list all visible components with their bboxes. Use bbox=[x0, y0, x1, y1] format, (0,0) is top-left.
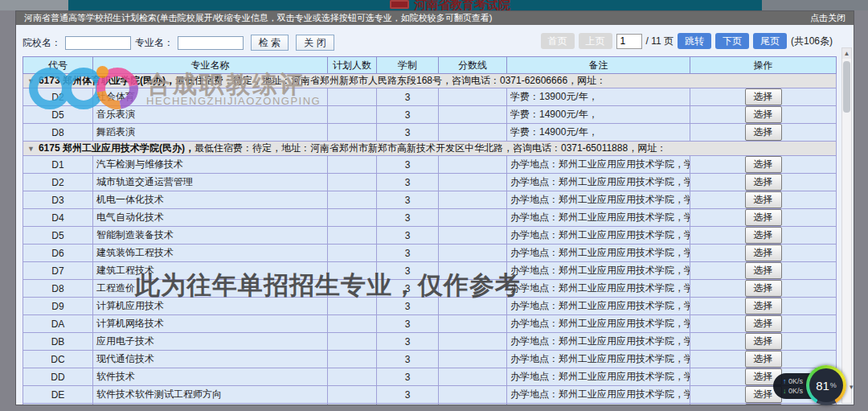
remark-cell: 办学地点：郑州工业应用应用技术学院，学费：13000元/年， bbox=[507, 156, 690, 174]
select-button[interactable]: 选择 bbox=[745, 351, 782, 368]
remark-cell: 办学地点：郑州工业应用应用技术学院，学费：13000元/年， bbox=[507, 404, 690, 405]
close-button[interactable]: 关 闭 bbox=[296, 35, 334, 51]
action-cell: 选择 bbox=[690, 262, 837, 280]
years-cell: 3 bbox=[377, 298, 439, 315]
select-button[interactable]: 选择 bbox=[745, 245, 782, 261]
plan-count-cell bbox=[328, 351, 377, 368]
major-row[interactable]: D9计算机应用技术3办学地点：郑州工业应用应用技术学院，学费：13000元/年，… bbox=[23, 298, 837, 315]
major-row[interactable]: DE软件技术软件测试工程师方向3办学地点：郑州工业应用应用技术学院，学费：130… bbox=[23, 386, 837, 404]
action-cell: 选择 bbox=[690, 227, 837, 245]
action-cell: 选择 bbox=[690, 245, 837, 262]
remark-cell: 办学地点：郑州工业应用应用技术学院，学费：13000元/年， bbox=[507, 315, 690, 333]
remark-cell: 办学地点：郑州工业应用应用技术学院，学费：13000元/年， bbox=[507, 333, 690, 351]
last-page-button[interactable]: 尾页 bbox=[753, 33, 787, 49]
major-cell: 软件技术网页程序设计方向 bbox=[93, 404, 328, 405]
screen: 河南省教育考试院 河南省普通高等学校招生计划检索(单击院校展开/收缩专业信息，双… bbox=[0, 0, 868, 411]
select-button[interactable]: 选择 bbox=[745, 404, 782, 405]
score-line-cell bbox=[439, 156, 507, 174]
school-group-row[interactable]: ▼6175 郑州工业应用技术学院(民办)，最低住宿费：待定，地址：河南省郑州市新… bbox=[23, 142, 837, 156]
major-row[interactable]: DF软件技术网页程序设计方向3办学地点：郑州工业应用应用技术学院，学费：1300… bbox=[23, 404, 837, 405]
major-row[interactable]: DD软件技术3办学地点：郑州工业应用应用技术学院，学费：13000元/年，选择 bbox=[23, 368, 837, 386]
action-cell: 选择 bbox=[690, 404, 837, 405]
select-button[interactable]: 选择 bbox=[745, 174, 782, 191]
search-button[interactable]: 检 索 bbox=[251, 35, 289, 51]
scrollbar-thumb[interactable] bbox=[843, 61, 850, 113]
select-button[interactable]: 选择 bbox=[745, 280, 782, 297]
remark-cell: 办学地点：郑州工业应用应用技术学院，学费：13000元/年， bbox=[507, 209, 690, 227]
score-line-cell bbox=[439, 209, 507, 227]
select-button[interactable]: 选择 bbox=[745, 315, 782, 332]
column-header: 分数线 bbox=[439, 57, 507, 74]
major-row[interactable]: DB应用电子技术3办学地点：郑州工业应用应用技术学院，学费：13000元/年，选… bbox=[23, 333, 837, 351]
widget-collapse-icon[interactable]: ▾ bbox=[850, 383, 854, 391]
school-group-row[interactable]: ▼6173 郑州体育职业学院(民办)，最低住宿费：待定，地址：河南省郑州新郑市人… bbox=[23, 74, 837, 88]
dialog-scrollbar[interactable]: ▲ bbox=[841, 47, 852, 404]
years-cell: 3 bbox=[377, 280, 439, 298]
major-row[interactable]: D4电气自动化技术3办学地点：郑州工业应用应用技术学院，学费：13000元/年，… bbox=[23, 209, 837, 227]
page-number-input[interactable] bbox=[616, 34, 642, 49]
action-cell: 选择 bbox=[690, 298, 837, 315]
years-cell: 3 bbox=[377, 245, 439, 262]
select-button[interactable]: 选择 bbox=[745, 106, 782, 123]
score-percent-unit: % bbox=[830, 381, 837, 389]
select-button[interactable]: 选择 bbox=[745, 191, 782, 208]
major-row[interactable]: D5音乐表演3学费：14900元/年，选择 bbox=[23, 106, 837, 124]
select-button[interactable]: 选择 bbox=[745, 227, 782, 244]
select-button[interactable]: 选择 bbox=[745, 209, 782, 226]
major-row[interactable]: D2社会体育3学费：13900元/年，选择 bbox=[23, 88, 837, 106]
first-page-button[interactable]: 首页 bbox=[541, 33, 575, 49]
scrollbar-up-arrow-icon[interactable]: ▲ bbox=[842, 48, 851, 59]
major-row[interactable]: D6建筑装饰工程技术3办学地点：郑州工业应用应用技术学院，学费：13000元/年… bbox=[23, 245, 837, 262]
action-cell: 选择 bbox=[690, 351, 837, 368]
column-header: 代号 bbox=[23, 57, 93, 74]
next-page-button[interactable]: 下页 bbox=[715, 33, 749, 49]
jump-page-button[interactable]: 跳转 bbox=[678, 33, 711, 49]
remark-cell: 办学地点：郑州工业应用应用技术学院，学费：13000元/年， bbox=[507, 245, 690, 262]
years-cell: 3 bbox=[377, 368, 439, 386]
collapse-triangle-icon[interactable]: ▼ bbox=[27, 77, 35, 85]
score-line-cell bbox=[439, 404, 507, 405]
major-row[interactable]: DC现代通信技术3办学地点：郑州工业应用应用技术学院，学费：13000元/年，选… bbox=[23, 351, 837, 368]
download-arrow-icon: ↓ bbox=[783, 387, 787, 395]
major-name-input[interactable] bbox=[178, 36, 244, 50]
plan-count-cell bbox=[328, 245, 377, 262]
major-cell: 机电一体化技术 bbox=[93, 191, 328, 209]
select-button[interactable]: 选择 bbox=[745, 88, 782, 105]
column-header: 操作 bbox=[690, 57, 837, 74]
major-row[interactable]: D7建筑工程技术3办学地点：郑州工业应用应用技术学院，学费：13000元/年，选… bbox=[23, 262, 837, 280]
action-cell: 选择 bbox=[690, 88, 837, 106]
plan-count-cell bbox=[328, 298, 377, 315]
major-row[interactable]: DA计算机网络技术3办学地点：郑州工业应用应用技术学院，学费：13000元/年，… bbox=[23, 315, 837, 333]
major-row[interactable]: D8工程造价3办学地点：郑州工业应用应用技术学院，学费：13000元/年，选择 bbox=[23, 280, 837, 298]
column-header: 专业名称 bbox=[93, 57, 328, 74]
major-cell: 工程造价 bbox=[93, 280, 328, 298]
dialog-title: 河南省普通高等学校招生计划检索(单击院校展开/收缩专业信息，双击专业或选择按钮可… bbox=[24, 11, 492, 25]
table-header: 代号专业名称计划人数学制分数线备注操作 bbox=[23, 57, 837, 74]
plan-count-cell bbox=[328, 209, 377, 227]
code-cell: D2 bbox=[23, 88, 93, 106]
collapse-triangle-icon[interactable]: ▼ bbox=[27, 145, 35, 153]
close-dialog-link[interactable]: 点击关闭 bbox=[810, 11, 845, 25]
upload-arrow-icon: ↑ bbox=[783, 377, 787, 385]
major-cell: 计算机应用技术 bbox=[93, 298, 328, 315]
score-line-cell bbox=[439, 298, 507, 315]
select-button[interactable]: 选择 bbox=[745, 156, 782, 173]
table-body: ▼6173 郑州体育职业学院(民办)，最低住宿费：待定，地址：河南省郑州新郑市人… bbox=[23, 74, 837, 405]
prev-page-button[interactable]: 上页 bbox=[579, 33, 612, 49]
select-button[interactable]: 选择 bbox=[745, 333, 782, 350]
major-cell: 软件技术 bbox=[93, 368, 328, 386]
score-gauge[interactable]: 81 % bbox=[806, 365, 846, 405]
select-button[interactable]: 选择 bbox=[745, 262, 782, 279]
action-cell: 选择 bbox=[690, 174, 837, 191]
select-button[interactable]: 选择 bbox=[745, 124, 782, 141]
select-button[interactable]: 选择 bbox=[745, 298, 782, 314]
major-row[interactable]: D5智能制造装备技术3办学地点：郑州工业应用应用技术学院，学费：13000元/年… bbox=[23, 227, 837, 245]
major-row[interactable]: D1汽车检测与维修技术3办学地点：郑州工业应用应用技术学院，学费：13000元/… bbox=[23, 156, 837, 174]
years-cell: 3 bbox=[377, 315, 439, 333]
major-row[interactable]: D3机电一体化技术3办学地点：郑州工业应用应用技术学院，学费：13000元/年，… bbox=[23, 191, 837, 209]
school-name-input[interactable] bbox=[65, 36, 131, 50]
major-row[interactable]: D8舞蹈表演3学费：14900元/年，选择 bbox=[23, 124, 837, 142]
years-cell: 3 bbox=[377, 209, 439, 227]
code-cell: DB bbox=[23, 333, 93, 351]
major-row[interactable]: D2城市轨道交通运营管理3办学地点：郑州工业应用应用技术学院，学费：13000元… bbox=[23, 174, 837, 191]
